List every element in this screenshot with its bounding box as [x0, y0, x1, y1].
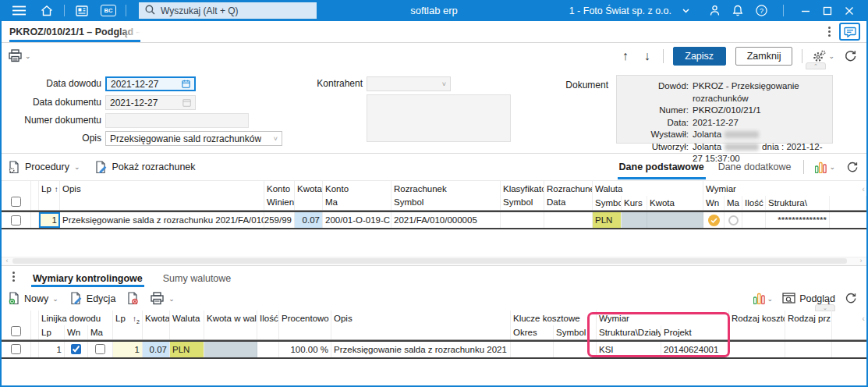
col-opis[interactable]: Opis	[60, 181, 264, 210]
cell-rozrachunek-symbol[interactable]: 2021/FA/010/000005	[391, 212, 501, 228]
col-kwota-w-walucie[interactable]: Kwota w walucie	[204, 311, 257, 339]
cell-lp[interactable]: 1	[113, 342, 143, 357]
tab-dane-dodatkowe[interactable]: Dane dodatkowe	[717, 154, 793, 179]
row-select-cell[interactable]	[2, 342, 31, 357]
scrollbar-track[interactable]	[12, 258, 856, 264]
cell-opis[interactable]: Przeksięgowanie salda z rozrachunku 2021…	[60, 212, 264, 228]
select-all-checkbox[interactable]	[11, 326, 21, 336]
refresh-bottom-button[interactable]	[845, 293, 857, 304]
wn-checkbox[interactable]	[71, 344, 81, 354]
cell-wn[interactable]	[65, 342, 88, 357]
col-rodzaj-kosztow[interactable]: Rodzaj kosztów	[729, 311, 785, 339]
scrollbar-thumb[interactable]	[12, 258, 847, 264]
col-okres[interactable]: Okres	[511, 325, 554, 339]
refresh-grid-button[interactable]	[846, 162, 859, 173]
global-search[interactable]	[139, 2, 317, 19]
data-dowodu-input[interactable]	[111, 79, 179, 90]
data-dowodu-field[interactable]	[105, 76, 196, 91]
col-rozrachunek-symbol[interactable]: RozrachunekSymbol	[391, 181, 501, 210]
cell-rozrachunek-data[interactable]	[544, 212, 593, 228]
cell-ma-status[interactable]	[725, 212, 742, 228]
cell-ma[interactable]	[88, 342, 113, 357]
edit-button[interactable]: Edycja	[69, 292, 116, 305]
move-up-button[interactable]: ↑	[619, 49, 632, 63]
col-klasyfikator-symbol[interactable]: KlasyfikatorSymbol	[501, 181, 544, 210]
home-icon[interactable]	[37, 2, 56, 20]
table-row[interactable]: 1 Przeksięgowanie salda z rozrachunku 20…	[2, 211, 866, 229]
cell-opis[interactable]: Przeksięgowanie salda z rozrachunku 2021	[331, 342, 511, 357]
procedury-button[interactable]: Procedury ⌄	[8, 161, 80, 174]
print-rows-button[interactable]: ⌄	[150, 292, 175, 305]
col-ilosc[interactable]: Ilość	[742, 196, 766, 210]
col-kwota[interactable]: Kwota	[143, 311, 170, 339]
maximize-icon[interactable]	[818, 2, 837, 20]
col-struktura[interactable]: Struktura\	[766, 196, 830, 210]
col-kurs[interactable]: Kurs	[622, 196, 647, 210]
cell-struktura[interactable]: **************	[766, 212, 830, 228]
tab-wymiary-kontrolingowe[interactable]: Wymiary kontrolingowe	[31, 266, 144, 287]
cell-procentowo[interactable]: 100.00 %	[279, 342, 331, 357]
cell-waluta-symbol[interactable]: PLN	[593, 212, 622, 228]
preview-button[interactable]: Podgląd	[782, 293, 835, 304]
scroll-left-chevron[interactable]: ‹	[862, 184, 865, 194]
col-waluta-symbol[interactable]: Symbol	[593, 196, 622, 210]
save-button[interactable]: Zapisz	[673, 47, 726, 66]
delete-button[interactable]	[126, 292, 139, 305]
close-icon[interactable]	[840, 2, 859, 20]
cell-linijka-lp[interactable]: 1	[39, 342, 65, 357]
cell-kwota[interactable]: 0.07	[143, 342, 170, 357]
col-waluta[interactable]: Waluta	[170, 311, 204, 339]
cell-rodzaj-kosztow[interactable]	[729, 342, 785, 357]
col-procentowo[interactable]: Procentowo	[279, 311, 331, 339]
col-rozrachunek-data[interactable]: RozrachunekData	[544, 181, 593, 210]
close-button[interactable]: Zamknij	[735, 47, 793, 66]
new-button[interactable]: Nowy ⌄	[8, 292, 58, 305]
col-struktura-dzialy[interactable]: Struktura\Działy	[597, 325, 661, 339]
cell-projekt[interactable]: 20140624001	[661, 342, 729, 357]
col-opis[interactable]: Opis	[331, 311, 511, 339]
chart-view-button[interactable]: ⌄	[753, 293, 774, 304]
comments-button[interactable]	[839, 23, 860, 41]
numer-dokumentu-field[interactable]	[105, 113, 249, 128]
col-linijka-ma[interactable]: Ma	[88, 325, 113, 339]
col-ilosc[interactable]: Ilość	[257, 311, 279, 339]
col-wn[interactable]: Wn	[703, 196, 725, 210]
tab-dane-podstawowe[interactable]: Dane podstawowe	[618, 154, 706, 179]
cell-ilosc[interactable]	[742, 212, 766, 228]
pokaz-rozrachunek-button[interactable]: Pokaż rozrachunek	[94, 161, 196, 174]
journal-icon[interactable]	[73, 2, 91, 20]
cell-struktura-dzialy[interactable]: KSI	[597, 342, 661, 357]
move-down-button[interactable]: ↓	[641, 49, 654, 63]
row-select-cell[interactable]	[2, 212, 31, 228]
minimize-icon[interactable]	[796, 2, 815, 20]
tab-sumy-walutowe[interactable]: Sumy walutowe	[161, 266, 233, 287]
notifications-bell-icon[interactable]	[728, 2, 747, 20]
col-symbol[interactable]: Symbol	[554, 325, 597, 339]
scroll-left-chevron[interactable]: ‹	[3, 257, 11, 265]
company-selector[interactable]: 1 - Foto Świat sp. z o.o.	[569, 5, 689, 16]
horizontal-scrollbar[interactable]: ‹ ›	[2, 257, 866, 265]
col-linijka-wn[interactable]: Wn	[65, 325, 88, 339]
select-all-checkbox[interactable]	[11, 197, 21, 207]
kontrahent-field[interactable]: ˅	[367, 76, 451, 91]
col-lp[interactable]: Lp↑	[39, 181, 60, 210]
col-waluta-kwota[interactable]: Kwota	[647, 196, 703, 210]
col-rodzaj-prz[interactable]: Rodzaj prz	[785, 311, 832, 339]
settings-button[interactable]: ⌄	[812, 50, 834, 62]
cell-wn-status[interactable]	[703, 212, 725, 228]
col-lp[interactable]: Lp↑2	[113, 311, 143, 339]
search-input[interactable]	[161, 5, 310, 16]
cell-konto-ma[interactable]: 200/01-O-019-C	[323, 212, 391, 228]
opis-field[interactable]: Przeksięgowanie sald rozrachunków ˅	[105, 131, 282, 146]
cell-rodzaj-prz[interactable]	[785, 342, 832, 357]
cell-symbol[interactable]	[554, 342, 597, 357]
scroll-left-chevron[interactable]: ‹	[862, 314, 865, 323]
print-button[interactable]: ⌄	[8, 49, 31, 62]
col-konto-ma[interactable]: KontoMa	[323, 181, 391, 210]
cell-ilosc[interactable]	[257, 342, 279, 357]
col-linijka-lp[interactable]: Lp	[39, 325, 65, 339]
hamburger-menu-icon[interactable]	[9, 2, 28, 20]
help-icon[interactable]: ?	[752, 2, 771, 20]
col-ma[interactable]: Ma	[725, 196, 742, 210]
col-projekt[interactable]: Projekt	[661, 325, 729, 339]
